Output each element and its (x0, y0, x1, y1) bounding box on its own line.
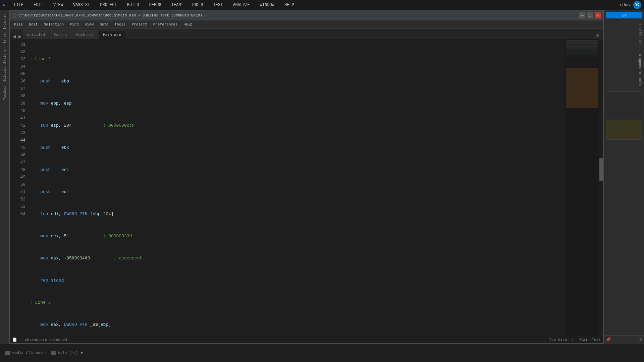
minimap (565, 39, 599, 336)
encoding[interactable]: Plain Text (579, 338, 601, 342)
code-line-43: mov eax, DWORD PTR _a$[ebp] (30, 321, 565, 328)
mm-line (566, 62, 598, 62)
right-panel-pin[interactable]: 📌 (606, 337, 611, 342)
line-num-45: 45 (11, 144, 25, 152)
vs-menu-help[interactable]: HELP (283, 2, 296, 8)
vs-menu-tools[interactable]: TOOLS (190, 2, 205, 8)
sidebar-server-explorer[interactable]: Server Explorer (2, 12, 8, 45)
go-button[interactable]: Go (606, 12, 642, 18)
tab-math-obj[interactable]: Math.obj (72, 30, 98, 39)
mm-line (566, 57, 598, 57)
notifications-label[interactable]: Notifications (606, 22, 642, 51)
line-gutter: 31 32 33 34 35 36 37 38 39 40 41 42 43 4… (10, 39, 28, 336)
line-num-43: 43 (11, 129, 25, 137)
scrollbar-thumb[interactable] (599, 158, 603, 181)
code-line-31: ; Line 2 (30, 56, 565, 63)
dropdown-arrow[interactable]: ▼ (80, 351, 84, 355)
menu-goto[interactable]: Goto (97, 22, 111, 27)
mm-line (566, 48, 598, 48)
vs-menu-file[interactable]: FILE (12, 2, 25, 8)
vs-left-sidebar: Server Explorer Solution Explorer Toolbo… (0, 10, 9, 344)
line-num-37: 37 (11, 85, 25, 93)
mm-line (566, 44, 598, 44)
vs-menu-build[interactable]: BUILD (125, 2, 141, 8)
tab-math-i[interactable]: Math.i (50, 30, 72, 39)
mm-line (566, 53, 598, 53)
vs-menu-test[interactable]: TEST (212, 2, 225, 8)
mm-line (566, 59, 598, 59)
tab-size[interactable]: Tab Size: 4 (549, 338, 574, 342)
vertical-scrollbar[interactable] (599, 39, 603, 336)
line-num-31: 31 (11, 41, 25, 48)
right-panel-close[interactable]: ✕ (639, 337, 642, 342)
vs-top-bar: ▶ FILE EDIT VIEW VASSIST PROJECT BUILD D… (0, 0, 644, 10)
mm-line (566, 47, 598, 47)
sublime-win-controls: ─ □ ✕ (579, 12, 601, 18)
menu-help[interactable]: Help (181, 22, 195, 27)
drive-icon-media (5, 351, 10, 355)
close-button[interactable]: ✕ (595, 12, 601, 18)
code-line-35: push ebx (30, 144, 565, 152)
tab-untitled[interactable]: untitled (23, 30, 49, 39)
sidebar-solution-explorer[interactable]: Solution Explorer (2, 46, 8, 83)
code-line-33: mov ebp, esp (30, 100, 565, 107)
vs-menu-team[interactable]: TEAM (170, 2, 183, 8)
line-num-54: 54 (11, 210, 25, 218)
file-icon: 📄 (12, 338, 17, 342)
code-line-34: sub esp, 204 ; 0000000ccH (30, 122, 565, 129)
menu-file[interactable]: File (11, 22, 25, 27)
vs-body: Server Explorer Solution Explorer Toolbo… (0, 10, 644, 344)
minimize-button[interactable]: ─ (579, 12, 585, 18)
line-num-40: 40 (11, 107, 25, 115)
vs-menu-project[interactable]: PROJECT (98, 2, 118, 8)
mm-line (566, 58, 598, 58)
mm-line (566, 55, 598, 55)
vs-menu-debug[interactable]: DEBUG (148, 2, 163, 8)
sublime-titlebar: ⬡ C:\Dev\CppSeries\HelloWorld\HelloWorld… (10, 10, 603, 20)
bottom-main-label: Main (F:) (58, 351, 78, 355)
line-num-41: 41 (11, 115, 25, 122)
code-area[interactable]: ; Line 2 push ebp mov ebp, esp sub esp, … (28, 39, 565, 336)
go-button-area: Go (604, 10, 644, 20)
menu-view[interactable]: View (82, 22, 96, 27)
bottom-item-media: Media (\\Cherno (5, 351, 46, 355)
maximize-button[interactable]: □ (587, 12, 593, 18)
vs-right-panel: Go Notifications Diagnostic Tools 📌 ✕ (604, 10, 644, 344)
mm-line (566, 63, 598, 63)
vs-menu-window[interactable]: WINDOW (258, 2, 276, 8)
menu-project[interactable]: Project (129, 22, 150, 27)
sublime-body: 31 32 33 34 35 36 37 38 39 40 41 42 43 4… (10, 39, 603, 336)
vs-logo: ▶ (3, 2, 5, 8)
tabs-menu: ≡ (593, 33, 602, 39)
line-num-42: 42 (11, 122, 25, 129)
menu-preferences[interactable]: Preferences (151, 22, 180, 27)
vs-menu-vassist[interactable]: VASSIST (71, 2, 92, 8)
menu-selection[interactable]: Selection (41, 22, 66, 27)
tab-nav-next[interactable]: ▶ (17, 34, 23, 39)
menu-edit[interactable]: Edit (26, 22, 40, 27)
line-num-51: 51 (11, 188, 25, 196)
mm-line (566, 51, 598, 51)
sidebar-toolbox[interactable]: Toolbox (2, 84, 8, 102)
tab-nav-prev[interactable]: ◀ (11, 34, 17, 39)
vs-menu-analyze[interactable]: ANALYZE (231, 2, 251, 8)
menu-tools[interactable]: Tools (112, 22, 128, 27)
line-num-34: 34 (11, 63, 25, 70)
mm-line (566, 52, 598, 52)
code-line-36: push esi (30, 166, 565, 174)
vs-menu-edit[interactable]: EDIT (32, 2, 45, 8)
vs-avatar[interactable]: YC (633, 1, 641, 9)
tab-math-asm[interactable]: Math.asm (99, 30, 125, 39)
line-num-44: 44 (11, 137, 25, 144)
vs-menu-view[interactable]: VIEW (52, 2, 65, 8)
line-num-38: 38 (11, 93, 25, 100)
menu-find[interactable]: Find (67, 22, 81, 27)
code-line-40: mov eax, -858993460 ; ccccccccH (30, 255, 565, 262)
tabs-hamburger[interactable]: ≡ (593, 33, 602, 39)
vs-bottom: Media (\\Cherno Main (F:) ▼ (0, 344, 644, 362)
code-line-37: push edi (30, 188, 565, 196)
line-num-46: 46 (11, 152, 25, 159)
code-line-32: push ebp (30, 78, 565, 85)
line-num-35: 35 (11, 70, 25, 78)
diagnostic-tools-label[interactable]: Diagnostic Tools (606, 52, 642, 88)
